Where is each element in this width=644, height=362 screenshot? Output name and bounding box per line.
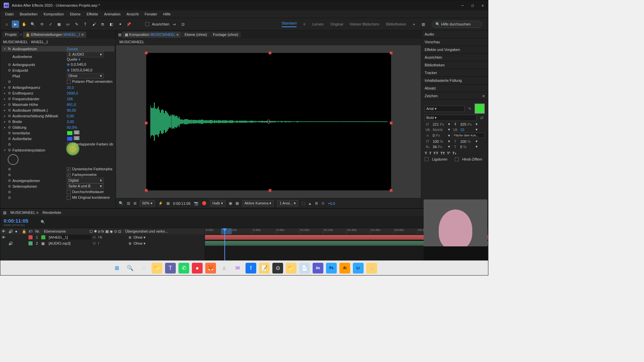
menu-komposition[interactable]: Komposition xyxy=(41,11,67,17)
durchschnitt-checkbox[interactable] xyxy=(67,190,71,194)
hindi-checkbox[interactable] xyxy=(455,157,459,161)
glatt-value[interactable]: 50,0% xyxy=(67,125,114,129)
comp-breadcrumb[interactable]: MUSICWHEEL xyxy=(116,39,421,45)
panel-vorschau[interactable]: Vorschau xyxy=(421,38,488,46)
menu-ansicht[interactable]: Ansicht xyxy=(124,11,141,17)
comp-nav-icon[interactable]: ▥ xyxy=(118,33,121,37)
adauer-value[interactable]: 90,00 xyxy=(67,108,114,112)
ascent-value[interactable]: 34 Px xyxy=(433,145,446,149)
handle-ml[interactable] xyxy=(145,122,148,124)
workspace-lernen[interactable]: Lernen xyxy=(312,22,324,26)
panel-zeichen[interactable]: Zeichen xyxy=(425,94,438,98)
resolution-icon[interactable]: ▥ xyxy=(127,201,130,205)
camera-dropdown[interactable]: Aktive Kamera ▾ xyxy=(242,200,274,206)
bander-value[interactable]: 186 xyxy=(67,97,114,101)
panel-ausrichten[interactable]: Ausrichten xyxy=(421,54,488,61)
font-dropdown[interactable]: Arial ▾ xyxy=(425,106,465,112)
zoom-tool-icon[interactable]: 🔍 xyxy=(29,20,37,28)
hscale-value[interactable]: 100 % xyxy=(460,139,474,143)
menu-ebene[interactable]: Ebene xyxy=(67,11,83,17)
shape-tool-icon[interactable]: ▭ xyxy=(64,20,71,28)
obs-icon[interactable]: ⊙ xyxy=(272,263,283,274)
bold-button[interactable]: T xyxy=(425,151,427,155)
pen-tool-icon[interactable]: ✎ xyxy=(73,20,80,28)
eyedropper-icon[interactable]: ✎ xyxy=(467,107,473,111)
exposure-value[interactable]: +0,0 xyxy=(328,201,335,205)
aussen-color[interactable] xyxy=(67,136,73,141)
views-dropdown[interactable]: 1 Ansi... ▾ xyxy=(277,200,298,206)
guides-icon[interactable]: ▦ xyxy=(235,201,239,205)
polar-checkbox[interactable] xyxy=(67,80,71,84)
anfangsfreq-value[interactable]: 20,0 xyxy=(67,85,114,89)
sym-checkbox[interactable] xyxy=(67,173,71,177)
lightroom-icon[interactable]: Lr xyxy=(353,263,364,274)
menu-datei[interactable]: Datei xyxy=(2,11,16,17)
layer-2-parent[interactable]: Ohne ▾ xyxy=(133,241,154,246)
col-vis-icon[interactable]: 👁 xyxy=(2,229,6,233)
workspace-standard[interactable]: Standard xyxy=(282,21,297,27)
snapping-icon[interactable]: ⫤ xyxy=(171,20,178,28)
layer-row-2[interactable]: 🔊 2 ▦ [AUDIO.mp3] ⬡ / ⊚Ohne ▾ xyxy=(0,240,205,246)
breite-value[interactable]: 3,00 xyxy=(67,120,114,124)
kerning-value[interactable]: Metrik xyxy=(433,128,446,132)
tab-footage[interactable]: Footage (ohne) xyxy=(210,32,241,38)
handle-tc[interactable] xyxy=(269,52,271,54)
time-display[interactable]: 0:00:11:05 xyxy=(173,201,191,205)
fx-name[interactable]: Audiospektrum xyxy=(12,47,67,51)
allcaps-button[interactable]: TT xyxy=(433,151,438,155)
taskview-button[interactable]: ▭ xyxy=(138,263,149,274)
fill-dropdown[interactable]: Fläche über Kon... xyxy=(452,133,485,138)
swap-colors-icon[interactable]: ⇄ xyxy=(479,116,485,120)
audioebene-dropdown[interactable]: 2. AUDIO▾ xyxy=(67,52,104,57)
aversch-value[interactable]: 0,00 xyxy=(67,114,114,118)
region-icon[interactable]: ▣ xyxy=(229,201,232,205)
home-icon[interactable]: ⌂ xyxy=(3,20,10,28)
workspace-menu-icon[interactable]: ≡ xyxy=(303,22,305,26)
eraser-tool-icon[interactable]: ◧ xyxy=(108,20,115,28)
fx-reset[interactable]: Zurück xyxy=(67,47,114,51)
messenger-icon[interactable]: ✉ xyxy=(232,263,243,274)
descent-value[interactable]: 0 % xyxy=(460,145,474,149)
innen-color[interactable] xyxy=(67,131,73,135)
fontsize-value[interactable]: 221 Px xyxy=(433,122,446,126)
roto-tool-icon[interactable]: ✦ xyxy=(116,20,124,28)
workspace-original[interactable]: Original xyxy=(330,22,343,26)
layer-1-parent[interactable]: Ohne ▾ xyxy=(133,235,154,240)
search-button[interactable]: 🔍 xyxy=(125,263,136,274)
anzeige-dropdown[interactable]: Digital▾ xyxy=(67,178,104,183)
fast-preview-icon[interactable]: ⚡ xyxy=(158,201,163,205)
panel-tracker[interactable]: Tracker xyxy=(421,69,488,77)
transparency-icon[interactable]: ▦ xyxy=(166,201,170,205)
menu-fenster[interactable]: Fenster xyxy=(142,11,160,17)
text-tool-icon[interactable]: T xyxy=(82,20,89,28)
pixel-icon[interactable]: ⊞ xyxy=(315,201,318,205)
selection-tool-icon[interactable]: ▶ xyxy=(12,20,19,28)
close-button[interactable]: ✕ xyxy=(481,3,485,7)
snap-options-icon[interactable]: ⊡ xyxy=(179,20,187,28)
vscale-value[interactable]: 100 % xyxy=(433,139,446,143)
puppet-tool-icon[interactable]: 📌 xyxy=(125,20,132,28)
align-checkbox[interactable] xyxy=(145,22,149,26)
handle-tl[interactable] xyxy=(145,52,148,54)
weight-dropdown[interactable]: Bold ▾ xyxy=(425,115,477,121)
handle-bl[interactable] xyxy=(145,189,148,192)
workspace-overflow-icon[interactable]: » xyxy=(413,22,415,26)
handle-tr[interactable] xyxy=(390,52,392,54)
grid-icon[interactable]: ⊞ xyxy=(133,201,137,205)
timecode[interactable]: 0:00:11:05 xyxy=(4,218,37,224)
tab-projekt[interactable]: Projekt xyxy=(2,32,19,38)
text-color[interactable] xyxy=(475,104,485,114)
folder-icon[interactable]: 📁 xyxy=(286,263,297,274)
layer-2-name[interactable]: [AUDIO.mp3] xyxy=(47,241,91,246)
tab-ebene[interactable]: Ebene (ohne) xyxy=(182,32,210,38)
3d-icon[interactable]: ⬚ xyxy=(302,201,305,205)
kombiniere-checkbox[interactable] xyxy=(67,196,71,200)
dyn-checkbox[interactable] xyxy=(67,167,71,171)
workspace-panel-icon[interactable]: ▥ xyxy=(422,22,425,26)
aftereffects-icon[interactable]: Ae xyxy=(313,263,323,274)
superscript-button[interactable]: T¹ xyxy=(447,151,450,155)
col-solo-icon[interactable]: ● xyxy=(15,229,20,233)
panel-fill[interactable]: Inhaltsbasierte Füllung xyxy=(421,77,488,84)
app-icon-red[interactable]: ● xyxy=(192,263,203,274)
hue-wheel[interactable] xyxy=(8,154,18,165)
